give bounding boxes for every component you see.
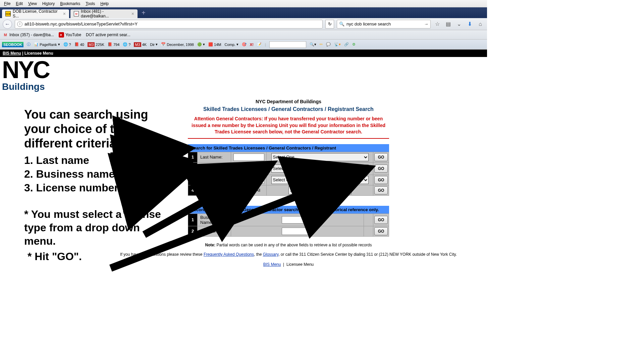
gc-businessname-input[interactable] xyxy=(282,216,313,224)
seo-search-input[interactable] xyxy=(269,41,306,48)
row-number: 4 xyxy=(188,185,198,195)
seo-item[interactable]: M3 4K xyxy=(134,42,147,47)
seo-item[interactable]: 📕 794 xyxy=(108,42,119,47)
back-button[interactable]: ← xyxy=(3,19,12,29)
browser-search-field[interactable]: 🔍 nyc dob license search → xyxy=(337,20,431,28)
browser-toolbar: ← i a810-bisweb.nyc.gov/bisweb/LicenseTy… xyxy=(0,18,487,30)
annotation-overlay: You can search using your choice of thre… xyxy=(24,107,165,263)
close-icon[interactable]: × xyxy=(63,11,66,16)
go-button[interactable]: GO xyxy=(374,153,388,161)
new-tab-button[interactable]: + xyxy=(139,9,148,17)
menu-help[interactable]: Help xyxy=(98,1,111,7)
seo-icon[interactable]: 🔍▾ xyxy=(310,42,316,47)
search-table-2: Records accessed in the General Contract… xyxy=(188,206,389,237)
seo-item[interactable]: Dir ▾ xyxy=(150,42,158,47)
star-icon[interactable]: ☆ xyxy=(433,20,441,28)
menu-tools[interactable]: Tools xyxy=(83,1,98,7)
faq-link[interactable]: Frequently Asked Questions xyxy=(204,252,254,257)
table-row: 3 Number: Select One GO xyxy=(188,175,389,185)
bookmarks-bar: M Inbox (357) - dave@ba... ▸ YouTube DOT… xyxy=(0,30,487,40)
menu-file[interactable]: File xyxy=(1,1,13,7)
footer-nav: BIS Menu | Licensee Menu xyxy=(188,262,389,267)
dept-title: NYC Department of Buildings xyxy=(188,99,389,104)
go-button[interactable]: GO xyxy=(374,227,388,235)
browser-tab[interactable]: M Inbox (481) - dave@balkan... × xyxy=(70,9,138,18)
active-radio[interactable] xyxy=(232,188,236,192)
field-label: View: xyxy=(198,185,231,195)
gc-license-input[interactable] xyxy=(282,228,313,235)
info-icon[interactable]: ⓘ xyxy=(27,42,31,47)
go-button[interactable]: GO xyxy=(374,186,388,194)
seo-pagerank[interactable]: 📊 PageRank ▾ xyxy=(34,42,60,47)
seo-icon[interactable]: 📡▾ xyxy=(334,42,341,47)
seo-item[interactable]: 🟢 ▾ xyxy=(197,42,205,47)
table-row: 2 License: GO xyxy=(188,226,389,236)
home-icon[interactable]: ⌂ xyxy=(476,20,484,28)
favicon-icon: M xyxy=(74,11,79,16)
seo-item[interactable]: 📕 40 xyxy=(74,42,84,47)
download-icon[interactable]: ⬇ xyxy=(466,20,474,28)
go-button[interactable]: GO xyxy=(374,176,388,184)
nyc-buildings-logo: NYC Buildings xyxy=(2,60,487,92)
reload-button[interactable]: ↻ xyxy=(325,20,334,28)
glossary-link[interactable]: Glossary xyxy=(263,252,278,257)
field-label: License: xyxy=(198,226,231,236)
browser-tabbar: DOB DOB License, Contractor S... × M Inb… xyxy=(0,7,487,18)
page-subtitle: Skilled Trades Licensees / General Contr… xyxy=(188,106,389,112)
all-radio[interactable] xyxy=(250,188,255,192)
lastname-input[interactable] xyxy=(233,154,264,161)
seo-icon[interactable]: ✏ xyxy=(320,42,323,47)
menu-view[interactable]: View xyxy=(25,1,40,7)
warning-text: Attention General Contractors: If you ha… xyxy=(188,116,389,139)
menu-bookmarks[interactable]: Bookmarks xyxy=(57,1,83,7)
number-type-select[interactable]: Select One xyxy=(271,176,369,184)
browser-menubar: File Edit View History Bookmarks Tools H… xyxy=(0,0,487,7)
go-button[interactable]: GO xyxy=(374,165,388,173)
seo-icon[interactable]: ⚙ xyxy=(352,42,356,47)
pocket-icon[interactable]: ⌄ xyxy=(455,20,463,28)
seo-icon[interactable]: 📝 xyxy=(257,42,262,47)
seo-icon[interactable]: 🔗 xyxy=(344,42,349,47)
seo-item[interactable]: 🟥 14M xyxy=(208,42,221,47)
seo-toolbar: SEOBOOK ⓘ 📊 PageRank ▾ 🌐 ? 📕 40 M3 225K … xyxy=(0,40,487,50)
go-arrow-icon[interactable]: → xyxy=(424,21,428,26)
menu-edit[interactable]: Edit xyxy=(13,1,25,7)
lastname-type-select[interactable]: Select One xyxy=(271,153,369,161)
browser-tab[interactable]: DOB DOB License, Contractor S... × xyxy=(2,9,69,18)
bookmark-item[interactable]: DOT active permit sear... xyxy=(86,33,130,37)
field-label: Number: xyxy=(198,175,231,185)
seo-icon[interactable]: 🎯 xyxy=(242,42,247,47)
businessname-type-select[interactable]: Select One xyxy=(271,165,369,173)
favicon-icon: DOB xyxy=(5,11,11,16)
go-button[interactable]: GO xyxy=(374,216,388,224)
seo-item[interactable]: 🌐 ? xyxy=(63,42,71,47)
bookmark-item[interactable]: ▸ YouTube xyxy=(59,32,81,38)
bis-menu-link[interactable]: BIS Menu xyxy=(263,262,281,267)
library-icon[interactable]: ▤ xyxy=(444,20,452,28)
number-input[interactable] xyxy=(233,176,264,184)
youtube-icon: ▸ xyxy=(59,32,64,38)
menu-history[interactable]: History xyxy=(40,1,57,7)
bookmark-label: Inbox (357) - dave@ba... xyxy=(9,33,54,37)
info-icon[interactable]: i xyxy=(17,21,22,27)
seo-icon[interactable]: 💬 xyxy=(326,42,331,47)
tab-title: DOB License, Contractor S... xyxy=(13,9,61,18)
seo-item[interactable]: 🌐 ? xyxy=(123,42,130,47)
seo-icon[interactable]: X! xyxy=(250,43,254,47)
seobook-logo: SEOBOOK xyxy=(2,42,23,47)
search-icon: 🔍 xyxy=(339,21,344,26)
gmail-icon: M xyxy=(3,32,8,38)
seo-item[interactable]: 📅 December, 1998 xyxy=(161,42,194,47)
url-field[interactable]: i a810-bisweb.nyc.gov/bisweb/LicenseType… xyxy=(15,20,323,28)
close-icon[interactable]: × xyxy=(131,11,134,16)
note-text: Note: Partial words can be used in any o… xyxy=(188,243,389,247)
bookmark-label: YouTube xyxy=(65,33,81,37)
table-row: 4 View: Active All Select One GO xyxy=(188,185,389,195)
bookmark-item[interactable]: M Inbox (357) - dave@ba... xyxy=(3,32,54,38)
tab-title: Inbox (481) - dave@balkan... xyxy=(81,9,129,18)
view-type-select[interactable]: Select One xyxy=(288,186,352,194)
bis-menu-link[interactable]: BIS Menu xyxy=(3,51,21,56)
businessname-input[interactable] xyxy=(233,165,264,172)
seo-item[interactable]: M3 225K xyxy=(88,42,104,47)
seo-item[interactable]: Comp. ▾ xyxy=(224,42,238,47)
